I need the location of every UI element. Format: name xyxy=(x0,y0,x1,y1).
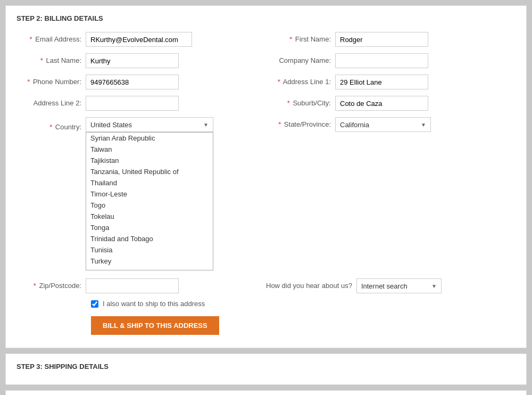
hear-select-wrapper: Internet search ▼ xyxy=(356,278,442,293)
step2-section: STEP 2: BILLING DETAILS * Email Address:… xyxy=(5,5,527,348)
dropdown-item[interactable]: Trinidad and Tobago xyxy=(86,233,213,244)
country-label: * Country: xyxy=(16,117,86,135)
company-input[interactable] xyxy=(335,53,428,68)
state-select[interactable]: California ▼ xyxy=(335,117,431,132)
group-state: * State/Province: California ▼ xyxy=(266,117,516,132)
email-input[interactable] xyxy=(86,32,192,47)
dropdown-item[interactable]: Syrian Arab Republic xyxy=(86,133,213,144)
address2-label: Address Line 2: xyxy=(16,96,86,111)
suburb-input[interactable] xyxy=(335,96,428,111)
hear-label: How did you hear about us? xyxy=(266,282,356,291)
lastname-label: * Last Name: xyxy=(16,53,86,68)
country-dropdown: Syrian Arab Republic Taiwan Tajikistan T… xyxy=(86,132,213,270)
dropdown-item[interactable]: Tanzania, United Republic of xyxy=(86,166,213,177)
address2-input[interactable] xyxy=(86,96,179,111)
dropdown-item[interactable]: Turkey xyxy=(86,256,213,267)
state-selected-value: California xyxy=(340,121,369,129)
step2-form: * Email Address: * First Name: xyxy=(16,28,516,339)
state-select-wrapper: California ▼ xyxy=(335,117,431,132)
checkbox-label: I also want to ship to this address xyxy=(103,300,205,308)
dropdown-item[interactable]: Tajikistan xyxy=(86,155,213,166)
dropdown-item[interactable]: Timor-Leste xyxy=(86,188,213,200)
suburb-label: * Suburb/City: xyxy=(266,96,335,111)
email-label: * Email Address: xyxy=(16,32,86,47)
company-label: Company Name: xyxy=(266,53,335,68)
row-zip-hear: * Zip/Postcode: How did you hear about u… xyxy=(16,278,516,293)
dropdown-item[interactable]: Thailand xyxy=(86,177,213,188)
lastname-input[interactable] xyxy=(86,53,179,68)
group-firstname: * First Name: xyxy=(266,32,516,47)
group-company: Company Name: xyxy=(266,53,516,68)
group-country: * Country: United States ▼ Syrian Arab R… xyxy=(16,117,266,135)
hear-select[interactable]: Internet search ▼ xyxy=(356,278,442,293)
address1-label: * Address Line 1: xyxy=(266,75,335,89)
address1-input[interactable] xyxy=(335,75,428,89)
dropdown-item[interactable]: Turkmenistan xyxy=(86,267,213,270)
group-email: * Email Address: xyxy=(16,32,266,47)
step4-section: STEP 4: SHIPPING METHOD xyxy=(5,390,527,395)
zip-input[interactable] xyxy=(86,278,179,293)
step2-title: STEP 2: BILLING DETAILS xyxy=(16,14,516,28)
state-dropdown-arrow: ▼ xyxy=(421,122,426,128)
row-address2-suburb: Address Line 2: * Suburb/City: xyxy=(16,96,516,111)
group-phone: * Phone Number: xyxy=(16,75,266,89)
step3-section: STEP 3: SHIPPING DETAILS xyxy=(5,353,527,385)
zip-label: * Zip/Postcode: xyxy=(16,278,86,293)
firstname-label: * First Name: xyxy=(266,32,335,47)
dropdown-item[interactable]: Tokelau xyxy=(86,211,213,222)
country-dropdown-arrow: ▼ xyxy=(203,122,209,128)
btn-area: BILL & SHIP TO THIS ADDRESS xyxy=(16,316,516,339)
dropdown-item[interactable]: Tunisia xyxy=(86,244,213,256)
row-lastname-company: * Last Name: Company Name: xyxy=(16,53,516,68)
row-email-firstname: * Email Address: * First Name: xyxy=(16,32,516,47)
phone-label: * Phone Number: xyxy=(16,75,86,89)
step3-title: STEP 3: SHIPPING DETAILS xyxy=(16,363,516,376)
phone-input[interactable] xyxy=(86,75,179,89)
group-address1: * Address Line 1: xyxy=(266,75,516,89)
group-hear: How did you hear about us? Internet sear… xyxy=(266,278,516,293)
ship-same-address-checkbox[interactable] xyxy=(91,300,98,308)
hear-dropdown-arrow: ▼ xyxy=(431,283,437,289)
country-select-wrapper: United States ▼ Syrian Arab Republic Tai… xyxy=(86,117,213,132)
group-zip: * Zip/Postcode: xyxy=(16,278,266,293)
row-country-state: * Country: United States ▼ Syrian Arab R… xyxy=(16,117,516,135)
required-star: * xyxy=(30,35,32,43)
group-lastname: * Last Name: xyxy=(16,53,266,68)
country-selected-value: United States xyxy=(90,121,132,129)
state-label: * State/Province: xyxy=(266,117,335,132)
row-phone-address1: * Phone Number: * Address Line 1: xyxy=(16,75,516,89)
group-address2: Address Line 2: xyxy=(16,96,266,111)
country-select[interactable]: United States ▼ xyxy=(86,117,213,132)
hear-selected-value: Internet search xyxy=(361,282,408,290)
dropdown-item[interactable]: Tonga xyxy=(86,222,213,233)
checkbox-row: I also want to ship to this address xyxy=(16,300,516,308)
group-suburb: * Suburb/City: xyxy=(266,96,516,111)
dropdown-item[interactable]: Togo xyxy=(86,200,213,211)
page-wrapper: STEP 2: BILLING DETAILS * Email Address:… xyxy=(5,5,527,395)
firstname-input[interactable] xyxy=(335,32,428,47)
bill-ship-button[interactable]: BILL & SHIP TO THIS ADDRESS xyxy=(91,316,219,335)
dropdown-item[interactable]: Taiwan xyxy=(86,144,213,155)
